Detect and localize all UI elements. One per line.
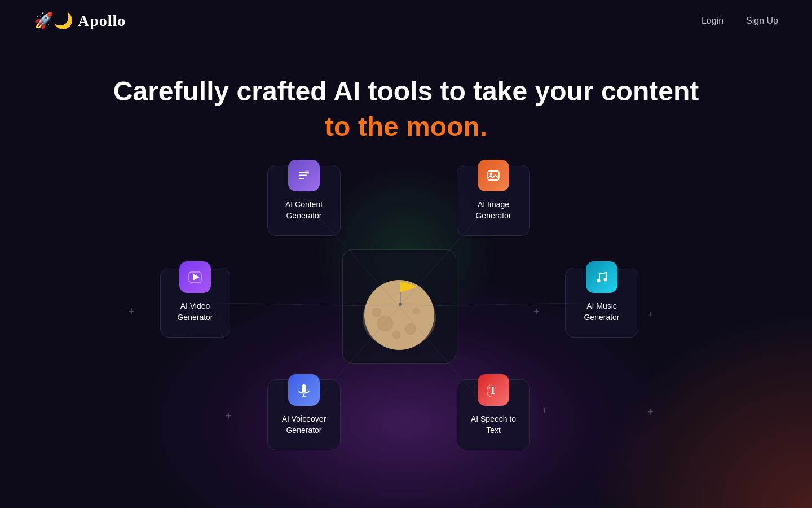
- video-generator-label: AI VideoGenerator: [177, 301, 213, 323]
- moon-svg: [354, 261, 444, 352]
- plus-decor-1: +: [129, 306, 135, 318]
- logo-icon: 🚀🌙: [34, 11, 73, 30]
- tool-card-video-generator[interactable]: AI VideoGenerator: [160, 268, 230, 338]
- music-generator-label: AI MusicGenerator: [584, 301, 619, 323]
- logo-text: Apollo: [78, 12, 126, 30]
- nav-links: Login Sign Up: [701, 16, 778, 26]
- svg-point-30: [604, 278, 607, 282]
- signup-link[interactable]: Sign Up: [746, 16, 778, 26]
- music-generator-icon: [586, 261, 617, 293]
- voiceover-generator-icon: [288, 374, 320, 406]
- svg-rect-25: [488, 171, 499, 180]
- tool-card-content-generator[interactable]: AI ContentGenerator: [267, 165, 341, 236]
- tool-card-image-generator[interactable]: AI ImageGenerator: [457, 165, 530, 236]
- navigation: 🚀🌙 Apollo Login Sign Up: [0, 0, 812, 41]
- svg-rect-31: [302, 384, 306, 392]
- svg-rect-22: [299, 175, 307, 177]
- login-link[interactable]: Login: [701, 16, 723, 26]
- plus-decor-3: +: [226, 410, 232, 422]
- image-generator-icon: [478, 160, 509, 191]
- logo[interactable]: 🚀🌙 Apollo: [34, 11, 126, 30]
- tool-card-voiceover-generator[interactable]: AI VoiceoverGenerator: [267, 379, 341, 450]
- hero-title-line1: Carefully crafted AI tools to take your …: [0, 75, 812, 108]
- video-generator-icon: [179, 261, 211, 293]
- svg-point-26: [490, 173, 493, 176]
- hero-section: Carefully crafted AI tools to take your …: [0, 41, 812, 142]
- tool-card-music-generator[interactable]: AI MusicGenerator: [565, 268, 638, 338]
- svg-point-17: [413, 308, 419, 313]
- tools-container: + + + + + + + AI ContentGenerator AI Ima…: [0, 154, 812, 475]
- image-generator-label: AI ImageGenerator: [475, 199, 511, 221]
- svg-point-11: [405, 324, 416, 334]
- content-generator-label: AI ContentGenerator: [285, 199, 323, 221]
- svg-point-20: [399, 303, 402, 306]
- tool-card-speech-to-text[interactable]: T AI Speech toText: [457, 379, 530, 450]
- svg-marker-27: [193, 274, 200, 281]
- plus-decor-6: +: [541, 405, 548, 417]
- plus-decor-5: +: [647, 309, 654, 321]
- plus-decor-7: +: [647, 406, 654, 418]
- voiceover-generator-label: AI VoiceoverGenerator: [282, 414, 326, 436]
- svg-point-9: [378, 316, 392, 331]
- svg-text:T: T: [489, 385, 496, 396]
- svg-point-29: [597, 279, 601, 283]
- speech-to-text-label: AI Speech toText: [471, 414, 516, 436]
- content-generator-icon: [288, 160, 320, 191]
- moon-center: [342, 249, 456, 364]
- plus-decor-4: +: [533, 306, 540, 318]
- svg-point-13: [393, 331, 400, 338]
- svg-rect-23: [299, 178, 304, 179]
- svg-point-15: [373, 308, 381, 316]
- hero-title-line2: to the moon.: [0, 111, 812, 142]
- speech-to-text-icon: T: [478, 374, 509, 406]
- svg-rect-24: [305, 170, 309, 174]
